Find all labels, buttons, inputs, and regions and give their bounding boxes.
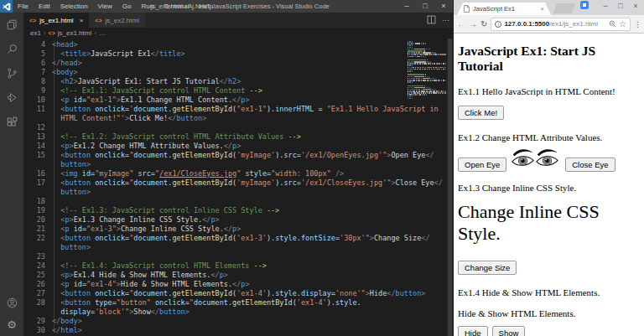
vscode-titlebar: FileEditSelectionViewGoRunTerminalHelp j… <box>0 0 453 13</box>
url-host: 127.0.0.1:5500 <box>504 20 549 28</box>
code-line[interactable]: button> <box>52 160 453 169</box>
browser-close-button[interactable]: × <box>628 0 643 12</box>
source-control-icon[interactable] <box>5 66 18 80</box>
browser-menu-icon[interactable]: ⋮ <box>634 20 641 28</box>
code-line[interactable]: <p id="ex1-1">Ex1.1 Change HTML Content.… <box>52 96 453 105</box>
split-editor-icon[interactable] <box>427 13 436 28</box>
click-me-button[interactable]: Click Me! <box>458 106 504 120</box>
window-title: js_ex1.html - Aj.NesT JavaScript Exercis… <box>151 0 330 13</box>
code-line[interactable]: </body> <box>52 317 453 326</box>
code-line[interactable]: <img id="myImage" src="/ex1/CloseEyes.jp… <box>52 169 453 178</box>
hide-button[interactable]: Hide <box>458 326 488 336</box>
code-line[interactable]: <button onclick="document.getElementById… <box>52 178 453 188</box>
code-line[interactable]: <p id="ex1-4">Hide & Show HTML Elements.… <box>52 280 453 289</box>
code-line[interactable]: <head> <box>52 40 453 49</box>
code-line[interactable]: </html> <box>52 326 453 335</box>
breadcrumb-folder[interactable]: ex1 <box>30 29 41 37</box>
code-line[interactable]: button> <box>52 243 453 252</box>
breadcrumb[interactable]: ex1 › <> js_ex1.html › … <box>23 28 453 39</box>
bookmark-star-icon[interactable]: ☆ <box>619 20 626 28</box>
menu-go[interactable]: Go <box>117 3 137 10</box>
browser-window: JavaScript Ex1 × – □ × ← → ↻ i 127.0.0.1… <box>453 0 644 336</box>
open-eye-button[interactable]: Open Eye <box>458 158 506 172</box>
more-actions-icon[interactable]: ··· <box>442 16 449 24</box>
html-file-icon: <> <box>49 30 55 36</box>
code-line[interactable]: display='block'">Show</button> <box>52 308 453 317</box>
code-line[interactable] <box>52 252 453 261</box>
vscode-minimize-button[interactable]: – <box>397 0 416 13</box>
extensions-icon[interactable] <box>5 115 18 128</box>
browser-minimize-button[interactable]: – <box>598 0 613 12</box>
browser-toolbar: ← → ↻ i 127.0.0.1:5500/ex1/js_ex1.html ☆… <box>454 15 644 34</box>
code-line[interactable]: <body> <box>52 68 453 77</box>
search-icon[interactable] <box>5 42 18 55</box>
breadcrumb-more[interactable]: … <box>99 29 106 37</box>
back-icon[interactable]: ← <box>457 20 465 28</box>
tab-close-icon[interactable]: × <box>80 17 84 24</box>
browser-maximize-button[interactable]: □ <box>613 0 628 12</box>
code-line[interactable]: <p>Ex1.3 Change Inline CSS Style.</p> <box>52 215 453 225</box>
code-line[interactable]: <!-- Ex1.2: JavaScript control HTML Attr… <box>52 132 453 142</box>
code-line[interactable]: <title>JavaScript Ex1</title> <box>52 49 453 59</box>
browser-tab[interactable]: JavaScript Ex1 × <box>457 3 551 15</box>
code-line[interactable]: <p>Ex1.2 Change HTML Attribute Values.</… <box>52 142 453 151</box>
editor-scrollbar[interactable] <box>447 39 453 336</box>
code-line[interactable]: <button onclick="document.getElementById… <box>52 234 453 243</box>
code-line[interactable]: </head> <box>52 59 453 68</box>
menu-view[interactable]: View <box>93 3 117 10</box>
run-debug-icon[interactable] <box>5 90 18 104</box>
breadcrumb-file[interactable]: js_ex1.html <box>58 29 91 37</box>
tab-js-ex1[interactable]: <> js_ex1.html × <box>23 13 89 28</box>
page-file-icon <box>464 5 470 13</box>
code-line[interactable]: <p>Ex1.4 Hide & Show HTML Elements.</p> <box>52 271 453 280</box>
page-heading: JavaScript Ex1: Start JS Tutorial <box>458 44 641 74</box>
browser-tab-title: JavaScript Ex1 <box>473 5 537 13</box>
forward-icon[interactable]: → <box>469 20 477 28</box>
minimap[interactable] <box>408 41 446 100</box>
address-bar[interactable]: i 127.0.0.1:5500/ex1/js_ex1.html ☆ <box>491 18 631 31</box>
code-line[interactable]: HTML Content!"'>Click Me!</button> <box>52 114 453 123</box>
gutter: 4567891011121314151617181920212223242526… <box>23 40 45 335</box>
url-text[interactable]: 127.0.0.1:5500/ex1/js_ex1.html <box>504 20 606 28</box>
code-rows[interactable]: <head> <title>JavaScript Ex1</title></he… <box>52 40 453 335</box>
vscode-maximize-button[interactable]: □ <box>416 0 434 13</box>
code-line[interactable]: <!-- Ex1.1: JavaScript control HTML Cont… <box>52 86 453 96</box>
ex1-3-text: Ex1.3 Change Inline CSS Style. <box>458 183 641 193</box>
code-line[interactable]: button> <box>52 188 453 197</box>
settings-gear-icon[interactable]: ⚙ <box>5 318 18 331</box>
change-size-button[interactable]: Change Size <box>458 261 517 275</box>
code-line[interactable]: <button onclick="document.getElementById… <box>52 151 453 160</box>
code-line[interactable]: <h2>JavaScript Ex1: Start JS Tutorial</h… <box>52 77 453 86</box>
code-line[interactable]: <!-- Ex1.3: JavaScript control Inline CS… <box>52 206 453 215</box>
code-line[interactable]: <button onclick="document.getElementById… <box>52 289 453 298</box>
code-line[interactable]: <p id="ex1-3">Change Inline CSS Style.</… <box>52 225 453 234</box>
ex1-4-text: Ex1.4 Hide & Show HTML Elements. <box>458 287 641 297</box>
menu-selection[interactable]: Selection <box>55 3 93 10</box>
vscode-close-button[interactable]: × <box>434 0 453 13</box>
eyes-section: Open Eye <box>458 147 641 172</box>
menu-file[interactable]: File <box>13 3 34 10</box>
code-line[interactable]: <button type="button" onclick="document.… <box>52 298 453 308</box>
activity-bar: ⚙ <box>0 13 23 336</box>
rendered-page: JavaScript Ex1: Start JS Tutorial Ex1.1 … <box>454 34 644 336</box>
html-file-icon: <> <box>29 18 36 23</box>
new-tab-button[interactable] <box>553 3 575 13</box>
reload-icon[interactable]: ↻ <box>480 20 487 28</box>
code-line[interactable] <box>52 197 453 206</box>
tab-label: js_ex2.html <box>106 17 139 24</box>
zoom-indicator-icon[interactable] <box>609 20 616 28</box>
browser-tab-close-icon[interactable]: × <box>540 5 544 13</box>
chevron-right-icon: › <box>94 29 96 37</box>
ex1-2-text: Ex1.2 Change HTML Attribute Values. <box>458 132 641 142</box>
code-editor[interactable]: 4567891011121314151617181920212223242526… <box>23 39 453 336</box>
menu-edit[interactable]: Edit <box>34 3 55 10</box>
explorer-icon[interactable] <box>5 18 18 31</box>
close-eye-button[interactable]: Close Eye <box>565 158 615 172</box>
page-info-icon[interactable]: i <box>495 21 501 28</box>
tab-js-ex2[interactable]: <> js_ex2.html <box>89 13 145 28</box>
code-line[interactable]: <!-- Ex1.4: JavaScript control HTML Elem… <box>52 261 453 271</box>
account-icon[interactable] <box>5 296 18 309</box>
code-line[interactable]: <button onclick='document.getElementById… <box>52 105 453 114</box>
code-line[interactable] <box>52 123 453 132</box>
show-button[interactable]: Show <box>492 326 526 336</box>
